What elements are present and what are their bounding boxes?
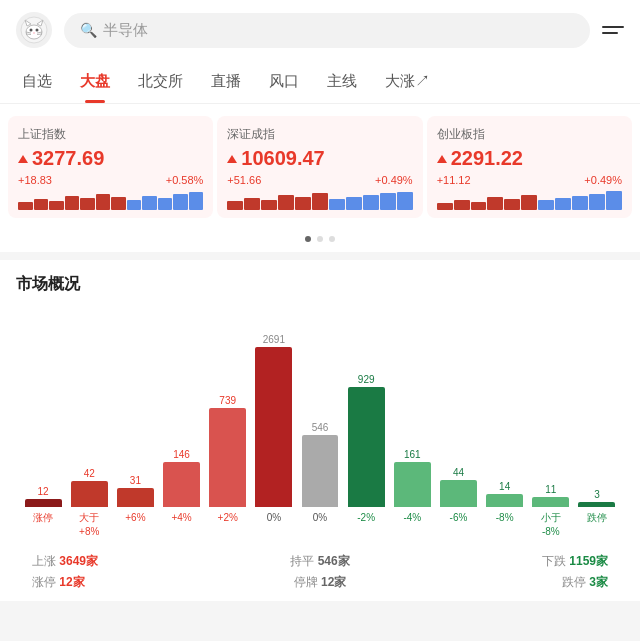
summary-halt: 停牌 12家 — [224, 574, 416, 591]
bar-bottom-col-4: +2% — [205, 507, 251, 543]
bar-bottom-col-0: 涨停 — [20, 507, 66, 543]
arrow-up-icon-2 — [227, 155, 237, 163]
card-chuangye-chart — [437, 190, 622, 210]
market-overview: 市场概况 12423114673926915469291614414113 涨停… — [0, 260, 640, 601]
card-shenzhen-value: 10609.47 — [227, 147, 412, 170]
svg-point-6 — [33, 32, 35, 33]
bar-rect-9 — [440, 480, 477, 507]
svg-point-1 — [26, 25, 42, 39]
tab-zhuxian[interactable]: 主线 — [313, 60, 371, 103]
tab-zhibo[interactable]: 直播 — [197, 60, 255, 103]
card-shenzhen-title: 深证成指 — [227, 126, 412, 143]
bar-rect-8 — [394, 462, 431, 507]
card-shenzhen-chart — [227, 190, 412, 210]
bar-rect-1 — [71, 481, 108, 507]
bar-col-8: 161 — [389, 449, 435, 507]
bar-label-10: 14 — [499, 481, 510, 492]
dot-1 — [305, 236, 311, 242]
bar-rect-0 — [25, 499, 62, 507]
card-chuangye-value: 2291.22 — [437, 147, 622, 170]
tab-zixuan[interactable]: 自选 — [8, 60, 66, 103]
bar-col-11: 11 — [528, 484, 574, 507]
card-chuangye-title: 创业板指 — [437, 126, 622, 143]
dots-indicator — [0, 230, 640, 252]
index-cards: 上证指数 3277.69 +18.83 +0.58% 深证成指 — [0, 104, 640, 230]
svg-point-5 — [36, 29, 39, 32]
bar-rect-10 — [486, 494, 523, 507]
bar-label-2: 31 — [130, 475, 141, 486]
bar-label-7: 929 — [358, 374, 375, 385]
bar-bottom-col-8: -4% — [389, 507, 435, 543]
bar-label-1: 42 — [84, 468, 95, 479]
card-shanghai-changes: +18.83 +0.58% — [18, 174, 203, 186]
bar-rect-7 — [348, 387, 385, 507]
bar-col-3: 146 — [158, 449, 204, 507]
bar-col-1: 42 — [66, 468, 112, 507]
bar-rect-11 — [532, 497, 569, 507]
bar-rect-3 — [163, 462, 200, 507]
tab-dajang[interactable]: 大涨↗ — [371, 60, 444, 103]
summary-limit-down: 跌停 3家 — [416, 574, 608, 591]
bar-bottom-col-6: 0% — [297, 507, 343, 543]
card-shanghai[interactable]: 上证指数 3277.69 +18.83 +0.58% — [8, 116, 213, 218]
bar-col-6: 546 — [297, 422, 343, 507]
bar-label-3: 146 — [173, 449, 190, 460]
bar-col-9: 44 — [435, 467, 481, 507]
bar-chart: 12423114673926915469291614414113 — [20, 307, 620, 507]
bar-bottom-labels: 涨停大于+8%+6%+4%+2%0%0%-2%-4%-6%-8%小于-8%跌停 — [20, 507, 620, 543]
search-bar[interactable]: 🔍 半导体 — [64, 13, 590, 48]
bar-col-5: 2691 — [251, 334, 297, 507]
bar-col-12: 3 — [574, 489, 620, 507]
bar-bottom-col-11: 小于-8% — [528, 507, 574, 543]
card-shenzhen[interactable]: 深证成指 10609.47 +51.66 +0.49% — [217, 116, 422, 218]
bar-rect-5 — [255, 347, 292, 507]
summary-down: 下跌 1159家 — [416, 553, 608, 570]
summary-up: 上涨 3649家 — [32, 553, 224, 570]
svg-point-4 — [30, 29, 33, 32]
search-icon: 🔍 — [80, 22, 97, 38]
tab-dapan[interactable]: 大盘 — [66, 60, 124, 103]
search-placeholder: 半导体 — [103, 21, 148, 40]
header: 🔍 半导体 — [0, 0, 640, 60]
bar-col-10: 14 — [482, 481, 528, 507]
app-logo — [16, 12, 52, 48]
bar-label-4: 739 — [219, 395, 236, 406]
card-shenzhen-changes: +51.66 +0.49% — [227, 174, 412, 186]
bar-bottom-col-3: +4% — [158, 507, 204, 543]
svg-line-10 — [37, 34, 42, 35]
bar-chart-container: 12423114673926915469291614414113 涨停大于+8%… — [16, 307, 624, 543]
bar-label-5: 2691 — [263, 334, 285, 345]
bar-rect-4 — [209, 408, 246, 507]
nav-tabs: 自选 大盘 北交所 直播 风口 主线 大涨↗ — [0, 60, 640, 104]
card-shanghai-chart — [18, 190, 203, 210]
card-chuangye-changes: +11.12 +0.49% — [437, 174, 622, 186]
summary-limit-up: 涨停 12家 — [32, 574, 224, 591]
bar-col-7: 929 — [343, 374, 389, 507]
summary-flat: 持平 546家 — [224, 553, 416, 570]
bar-label-11: 11 — [545, 484, 556, 495]
bar-col-2: 31 — [112, 475, 158, 507]
arrow-up-icon — [18, 155, 28, 163]
bar-rect-12 — [578, 502, 615, 507]
tab-beijiaosuo[interactable]: 北交所 — [124, 60, 197, 103]
bar-bottom-col-7: -2% — [343, 507, 389, 543]
bar-bottom-col-5: 0% — [251, 507, 297, 543]
market-overview-title: 市场概况 — [16, 274, 624, 295]
card-shanghai-value: 3277.69 — [18, 147, 203, 170]
bar-bottom-col-10: -8% — [482, 507, 528, 543]
bar-rect-6 — [302, 435, 339, 507]
bar-label-0: 12 — [38, 486, 49, 497]
bar-col-4: 739 — [205, 395, 251, 507]
bar-col-0: 12 — [20, 486, 66, 507]
card-chuangye[interactable]: 创业板指 2291.22 +11.12 +0.49% — [427, 116, 632, 218]
bar-label-9: 44 — [453, 467, 464, 478]
card-shanghai-title: 上证指数 — [18, 126, 203, 143]
arrow-up-icon-3 — [437, 155, 447, 163]
bar-bottom-col-2: +6% — [112, 507, 158, 543]
bar-bottom-col-12: 跌停 — [574, 507, 620, 543]
bar-rect-2 — [117, 488, 154, 507]
svg-line-8 — [26, 34, 31, 35]
tab-fengkou[interactable]: 风口 — [255, 60, 313, 103]
summary-grid: 上涨 3649家 持平 546家 下跌 1159家 涨停 12家 停牌 12家 … — [16, 543, 624, 601]
menu-icon[interactable] — [602, 26, 624, 34]
